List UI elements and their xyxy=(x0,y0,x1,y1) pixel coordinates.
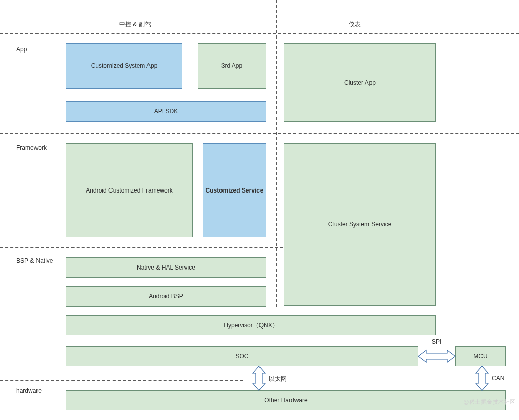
box-customized-system-app: Customized System App xyxy=(66,43,182,89)
box-native-hal-service: Native & HAL Service xyxy=(66,257,266,278)
box-label: Android Customized Framework xyxy=(86,187,172,194)
divider-top xyxy=(0,33,519,34)
box-label: API SDK xyxy=(154,108,178,115)
divider-vertical-center xyxy=(276,0,277,307)
box-label: Cluster App xyxy=(344,79,376,86)
divider-hardware xyxy=(0,380,243,381)
box-label: Other Hardware xyxy=(264,397,307,404)
arrow-spi-label: SPI xyxy=(431,338,442,346)
box-label: Cluster System Service xyxy=(328,221,392,228)
arrow-ethernet-label: 以太网 xyxy=(268,375,288,384)
box-label: Native & HAL Service xyxy=(137,264,195,271)
arrow-spi xyxy=(418,349,455,364)
box-soc: SOC xyxy=(66,346,418,366)
box-third-app: 3rd App xyxy=(198,43,266,89)
layer-bsp-native-label: BSP & Native xyxy=(16,257,53,264)
box-label: Customized System App xyxy=(91,62,158,69)
arrow-ethernet: partially> xyxy=(251,366,267,390)
layer-framework-label: Framework xyxy=(16,144,47,151)
box-cluster-app: Cluster App xyxy=(284,43,436,122)
divider-app-framework xyxy=(0,133,519,134)
arrow-can xyxy=(474,366,490,390)
box-label: Android BSP xyxy=(149,293,183,300)
box-other-hardware: Other Hardware xyxy=(66,390,506,410)
box-customized-service: Customized Service xyxy=(203,143,266,237)
box-api-sdk: API SDK xyxy=(66,101,266,122)
header-right-label: 仪表 xyxy=(349,20,361,29)
box-mcu: MCU xyxy=(455,346,506,366)
svg-marker-2 xyxy=(476,366,488,390)
layer-hardware-label: hardware xyxy=(16,387,42,394)
svg-marker-1 xyxy=(253,366,265,390)
box-android-bsp: Android BSP xyxy=(66,286,266,307)
watermark: @稀土掘金技术社区 xyxy=(463,398,516,406)
box-label: 3rd App xyxy=(221,62,242,69)
box-hypervisor: Hypervisor（QNX） xyxy=(66,315,436,335)
box-android-customized-framework: Android Customized Framework xyxy=(66,143,193,237)
layer-app-label: App xyxy=(16,46,27,53)
box-label: MCU xyxy=(473,353,487,360)
box-label: Customized Service xyxy=(205,187,263,194)
header-left-label: 中控 & 副驾 xyxy=(119,20,151,29)
svg-marker-0 xyxy=(418,350,455,362)
box-cluster-system-service: Cluster System Service xyxy=(284,143,436,306)
box-label: Hypervisor（QNX） xyxy=(224,321,278,330)
arrow-can-label: CAN xyxy=(491,375,505,382)
box-label: SOC xyxy=(235,353,248,360)
